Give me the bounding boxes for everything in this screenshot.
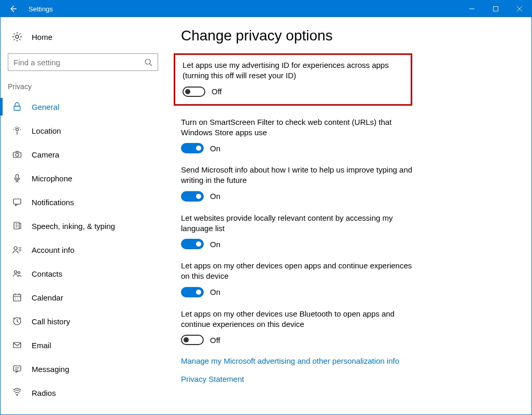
account-icon xyxy=(12,245,22,254)
sidebar-item-label: Call history xyxy=(32,317,70,326)
setting-description: Let apps on my other devices use Bluetoo… xyxy=(181,309,414,330)
sidebar-item-label: Notifications xyxy=(32,198,74,207)
toggle-state-label: On xyxy=(210,288,220,296)
close-icon xyxy=(517,6,522,11)
microphone-icon xyxy=(12,174,22,183)
search-box[interactable] xyxy=(8,53,158,71)
lock-icon xyxy=(12,102,22,111)
sidebar-item-call-history[interactable]: Call history xyxy=(1,309,167,333)
sidebar-item-label: Speech, inking, & typing xyxy=(32,222,115,231)
svg-rect-0 xyxy=(494,7,498,11)
svg-point-4 xyxy=(16,128,19,131)
sidebar-item-camera[interactable]: Camera xyxy=(1,142,167,166)
toggle-state-label: Off xyxy=(212,87,222,96)
back-arrow-icon xyxy=(9,5,17,13)
home-label: Home xyxy=(32,33,52,41)
minimize-icon xyxy=(469,6,474,11)
toggle-switch[interactable] xyxy=(183,87,205,97)
setting-item: Let apps on my other devices use Bluetoo… xyxy=(181,309,414,346)
setting-item: Let websites provide locally relevant co… xyxy=(181,213,414,250)
sidebar-item-label: Email xyxy=(32,341,51,350)
sidebar-item-account-info[interactable]: Account info xyxy=(1,238,167,262)
toggle-switch[interactable] xyxy=(181,239,204,249)
sidebar-item-speech-inking-typing[interactable]: Speech, inking, & typing xyxy=(1,214,167,238)
main-content: Change privacy options Let apps use my a… xyxy=(167,17,531,414)
minimize-button[interactable] xyxy=(460,1,484,17)
svg-point-2 xyxy=(145,59,150,64)
email-icon xyxy=(12,340,22,350)
toggle-switch[interactable] xyxy=(181,143,204,153)
close-button[interactable] xyxy=(508,1,531,17)
svg-point-6 xyxy=(16,153,19,156)
setting-item: Let apps use my advertising ID for exper… xyxy=(183,60,403,97)
setting-item: Turn on SmartScreen Filter to check web … xyxy=(181,117,414,154)
sidebar-item-label: Location xyxy=(32,126,61,135)
svg-point-12 xyxy=(18,271,20,274)
sidebar-item-location[interactable]: Location xyxy=(1,119,167,142)
setting-description: Let apps on my other devices open apps a… xyxy=(181,261,414,282)
sidebar-item-notifications[interactable]: Notifications xyxy=(1,190,167,214)
speech-icon xyxy=(12,221,22,231)
svg-point-1 xyxy=(16,35,19,38)
sidebar-section-label: Privacy xyxy=(1,76,167,95)
highlighted-setting: Let apps use my advertising ID for exper… xyxy=(174,53,412,106)
setting-description: Let apps use my advertising ID for exper… xyxy=(183,60,403,81)
setting-item: Send Microsoft info about how I write to… xyxy=(181,165,414,202)
svg-point-10 xyxy=(14,247,17,250)
maximize-button[interactable] xyxy=(484,1,508,17)
sidebar: Home Privacy GeneralLocationCameraMicrop… xyxy=(1,17,167,414)
sidebar-item-calendar[interactable]: Calendar xyxy=(1,285,167,309)
radios-icon xyxy=(12,388,22,397)
maximize-icon xyxy=(493,6,498,11)
sidebar-item-label: Account info xyxy=(32,246,75,254)
toggle-switch[interactable] xyxy=(181,287,204,297)
svg-rect-8 xyxy=(13,199,21,204)
gear-icon xyxy=(12,32,22,42)
search-icon xyxy=(144,58,152,66)
contacts-icon xyxy=(12,269,22,278)
call-history-icon xyxy=(12,317,22,326)
toggle-state-label: Off xyxy=(210,336,220,345)
camera-icon xyxy=(12,150,22,159)
search-input[interactable] xyxy=(13,58,144,67)
svg-rect-16 xyxy=(13,366,21,371)
link[interactable]: Manage my Microsoft advertising and othe… xyxy=(181,356,516,365)
page-title: Change privacy options xyxy=(181,27,516,44)
sidebar-item-microphone[interactable]: Microphone xyxy=(1,166,167,190)
setting-item: Let apps on my other devices open apps a… xyxy=(181,261,414,297)
sidebar-nav: GeneralLocationCameraMicrophoneNotificat… xyxy=(1,95,167,414)
calendar-icon xyxy=(12,293,22,302)
location-icon xyxy=(12,126,22,135)
window-title: Settings xyxy=(25,5,53,13)
sidebar-item-label: Calendar xyxy=(32,293,63,302)
svg-point-17 xyxy=(17,394,18,396)
sidebar-item-label: Microphone xyxy=(32,174,72,183)
notifications-icon xyxy=(12,197,22,207)
svg-rect-7 xyxy=(16,175,19,179)
sidebar-item-label: Radios xyxy=(32,389,56,397)
titlebar: Settings xyxy=(1,1,531,17)
messaging-icon xyxy=(12,364,22,374)
sidebar-item-email[interactable]: Email xyxy=(1,333,167,357)
link[interactable]: Privacy Statement xyxy=(181,375,516,383)
toggle-state-label: On xyxy=(210,240,220,249)
sidebar-item-label: Camera xyxy=(32,150,59,159)
sidebar-item-general[interactable]: General xyxy=(1,95,167,119)
svg-point-11 xyxy=(15,271,17,274)
back-button[interactable] xyxy=(1,1,25,17)
toggle-switch[interactable] xyxy=(181,191,204,202)
sidebar-item-label: Messaging xyxy=(32,365,69,374)
setting-description: Turn on SmartScreen Filter to check web … xyxy=(181,117,414,138)
sidebar-item-contacts[interactable]: Contacts xyxy=(1,262,167,285)
setting-description: Let websites provide locally relevant co… xyxy=(181,213,414,234)
sidebar-item-label: General xyxy=(32,103,59,111)
home-button[interactable]: Home xyxy=(1,26,167,47)
sidebar-item-radios[interactable]: Radios xyxy=(1,381,167,405)
sidebar-item-label: Contacts xyxy=(32,269,62,278)
svg-rect-3 xyxy=(14,106,20,110)
toggle-state-label: On xyxy=(210,192,220,201)
toggle-state-label: On xyxy=(210,144,220,153)
toggle-switch[interactable] xyxy=(181,335,204,345)
setting-description: Send Microsoft info about how I write to… xyxy=(181,165,414,186)
sidebar-item-messaging[interactable]: Messaging xyxy=(1,357,167,381)
